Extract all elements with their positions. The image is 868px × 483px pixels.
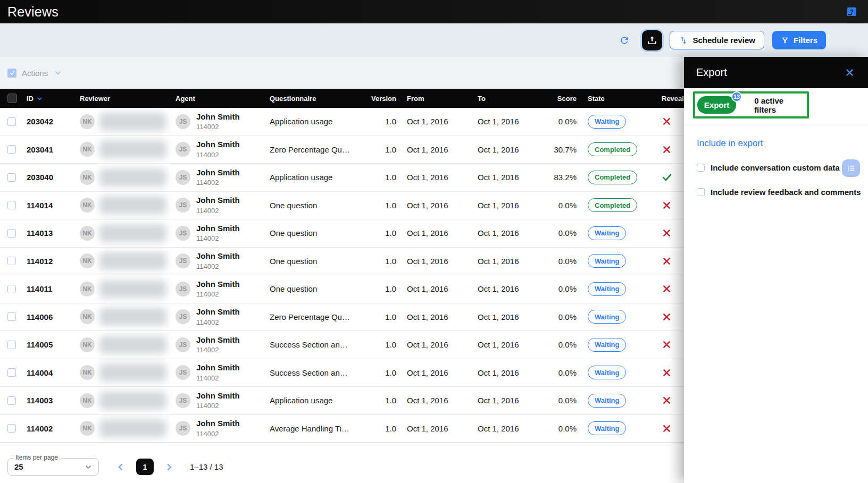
reveal-x-icon <box>662 145 672 155</box>
column-header-id[interactable]: ID <box>23 95 77 103</box>
reveal-x-icon <box>662 200 672 210</box>
upload-icon <box>647 35 657 46</box>
refresh-icon <box>619 35 630 46</box>
from-date: Oct 1, 2016 <box>398 117 469 126</box>
reviewer-name-redacted <box>99 363 166 382</box>
row-select-cell <box>0 145 23 154</box>
reviewer-avatar: NK <box>80 226 95 241</box>
reviewer-avatar: NK <box>80 393 95 408</box>
reviewer-avatar: NK <box>80 253 95 268</box>
from-date: Oct 1, 2016 <box>398 284 469 293</box>
version-value: 1.0 <box>351 201 398 210</box>
export-open-button[interactable] <box>642 30 662 50</box>
next-page-button[interactable] <box>161 459 177 475</box>
export-panel-title: Export <box>696 66 727 79</box>
schedule-review-button[interactable]: Schedule review <box>670 31 764 49</box>
row-checkbox[interactable] <box>7 173 16 182</box>
row-select-cell <box>0 341 23 349</box>
row-checkbox[interactable] <box>7 312 16 321</box>
row-checkbox[interactable] <box>7 396 16 405</box>
version-value: 1.0 <box>351 396 398 405</box>
column-header-agent[interactable]: Agent <box>172 95 266 103</box>
state-badge: Waiting <box>588 366 626 379</box>
state-badge: Waiting <box>588 282 626 296</box>
version-value: 1.0 <box>351 368 398 377</box>
refresh-button[interactable] <box>616 32 632 48</box>
export-option-row: Include conversation custom data <box>697 163 868 172</box>
export-button[interactable]: Export 13 <box>697 96 736 114</box>
agent-number: 114002 <box>196 234 240 243</box>
reviewer-name-redacted <box>99 336 166 354</box>
row-checkbox[interactable] <box>7 257 16 265</box>
column-header-state[interactable]: State <box>579 95 658 103</box>
filter-count-badge: 13 <box>731 91 742 102</box>
column-header-from[interactable]: From <box>398 95 469 103</box>
current-page-button[interactable]: 1 <box>136 459 154 475</box>
agent-avatar: JS <box>176 421 190 436</box>
reviewer-name-redacted <box>99 252 166 270</box>
agent-avatar: JS <box>176 393 190 408</box>
review-id: 114004 <box>23 368 77 377</box>
help-book-icon[interactable]: ? <box>847 7 856 16</box>
row-checkbox[interactable] <box>7 341 16 349</box>
column-header-score[interactable]: Score <box>540 95 579 103</box>
actions-label[interactable]: Actions <box>22 69 48 78</box>
row-checkbox[interactable] <box>7 368 16 377</box>
actions-checkbox[interactable] <box>7 69 16 78</box>
bulleted-list-icon <box>847 164 856 173</box>
reviewer-name-redacted <box>99 140 166 158</box>
row-checkbox[interactable] <box>7 285 16 293</box>
to-date: Oct 1, 2016 <box>469 228 540 238</box>
row-select-cell <box>0 396 23 405</box>
close-panel-button[interactable] <box>845 67 855 78</box>
reveal-x-icon <box>662 228 672 238</box>
row-checkbox[interactable] <box>7 424 16 433</box>
reviewer-avatar: NK <box>80 365 95 380</box>
score-value: 0.0% <box>540 201 579 210</box>
agent-number: 114002 <box>196 429 240 439</box>
state-badge: Waiting <box>588 310 626 324</box>
items-per-page-select[interactable]: Items per page 25 <box>7 458 99 476</box>
schedule-review-label: Schedule review <box>692 36 755 45</box>
custom-data-list-button[interactable] <box>842 159 860 177</box>
chevron-down-icon[interactable] <box>53 68 63 78</box>
questionnaire-name: One question <box>270 284 317 293</box>
agent-number: 114002 <box>196 401 240 411</box>
include-feedback-checkbox[interactable] <box>697 188 705 196</box>
agent-avatar: JS <box>176 309 190 324</box>
review-id: 203040 <box>23 173 77 182</box>
row-checkbox[interactable] <box>7 145 16 154</box>
reviewer-avatar: NK <box>80 114 95 129</box>
column-header-reviewer[interactable]: Reviewer <box>77 95 172 103</box>
agent-number: 114002 <box>196 290 240 299</box>
version-value: 1.0 <box>351 257 398 266</box>
row-checkbox[interactable] <box>7 117 16 126</box>
previous-page-button[interactable] <box>113 459 129 475</box>
agent-avatar: JS <box>176 337 190 352</box>
to-date: Oct 1, 2016 <box>469 173 540 182</box>
filters-button[interactable]: Filters <box>772 31 826 49</box>
column-header-version[interactable]: Version <box>351 95 398 103</box>
row-checkbox[interactable] <box>7 201 16 209</box>
column-header-to[interactable]: To <box>469 95 540 103</box>
questionnaire-name: Zero Percentage Questi… <box>270 145 351 154</box>
row-select-cell <box>0 368 23 377</box>
reviewer-cell: NK <box>77 308 172 326</box>
select-all-checkbox[interactable] <box>7 94 17 103</box>
reviewer-avatar: NK <box>80 142 95 157</box>
column-label: State <box>588 95 605 103</box>
option-label: Include conversation custom data <box>711 163 840 172</box>
title-bar: Reviews ? <box>0 0 868 23</box>
reviewer-name-redacted <box>99 168 166 187</box>
sort-chevron-down-icon <box>36 95 44 103</box>
include-custom-data-checkbox[interactable] <box>697 164 705 172</box>
row-checkbox[interactable] <box>7 229 16 238</box>
row-select-cell <box>0 424 23 433</box>
questionnaire-name: Application usage <box>270 396 332 405</box>
column-header-questionnaire[interactable]: Questionnaire <box>266 95 351 103</box>
from-date: Oct 1, 2016 <box>398 145 469 154</box>
score-value: 83.2% <box>540 173 579 182</box>
items-per-page-label: Items per page <box>13 454 61 461</box>
agent-cell: JS John Smith 114002 <box>172 418 266 438</box>
from-date: Oct 1, 2016 <box>398 257 469 266</box>
